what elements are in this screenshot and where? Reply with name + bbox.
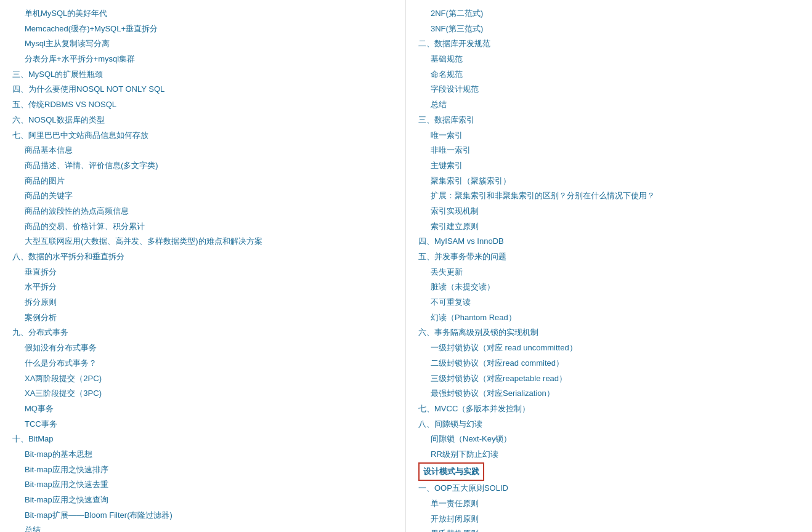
toc-item[interactable]: 命名规范 (418, 67, 800, 83)
toc-item[interactable]: 三、MySQL的扩展性瓶颈 (12, 67, 393, 83)
toc-item[interactable]: 商品的波段性的热点高频信息 (12, 204, 393, 219)
toc-item[interactable]: 四、MyISAM vs InnoDB (418, 234, 800, 249)
toc-item[interactable]: 丢失更新 (418, 265, 800, 280)
toc-item[interactable]: TCC事务 (12, 417, 393, 432)
toc-item[interactable]: MQ事务 (12, 401, 393, 417)
toc-item[interactable]: 基础规范 (418, 52, 800, 67)
toc-item[interactable]: Mysql主从复制读写分离 (12, 36, 393, 52)
toc-item[interactable]: RR级别下防止幻读 (418, 447, 800, 462)
toc-item[interactable]: 案例分析 (12, 310, 393, 326)
toc-item[interactable]: Bit-map扩展——Bloom Filter(布隆过滤器) (12, 508, 393, 523)
toc-item[interactable]: 单机MySQL的美好年代 (12, 6, 393, 22)
toc-item[interactable]: 脏读（未提交读） (418, 280, 800, 295)
toc-item[interactable]: 大型互联网应用(大数据、高并发、多样数据类型)的难点和解决方案 (12, 234, 393, 249)
toc-item[interactable]: 3NF(第三范式) (418, 22, 800, 37)
toc-item[interactable]: 2NF(第二范式) (418, 6, 800, 22)
toc-item[interactable]: 商品的图片 (12, 174, 393, 189)
toc-item[interactable]: 最强封锁协议（对应Serialization） (418, 386, 800, 401)
toc-item[interactable]: 九、分布式事务 (12, 325, 393, 341)
toc-item[interactable]: 十、BitMap (12, 432, 393, 447)
toc-item[interactable]: 五、传统RDBMS VS NOSQL (12, 97, 393, 113)
toc-item[interactable]: Bit-map应用之快速排序 (12, 462, 393, 478)
toc-item[interactable]: 非唯一索引 (418, 143, 800, 158)
toc-item[interactable]: 五、并发事务带来的问题 (418, 249, 800, 265)
toc-item[interactable]: 商品的关键字 (12, 188, 393, 204)
toc-item[interactable]: 不可重复读 (418, 295, 800, 310)
toc-item[interactable]: 商品描述、详情、评价信息(多文字类) (12, 158, 393, 174)
toc-item[interactable]: 总结 (418, 97, 800, 113)
toc-item[interactable]: 扩展：聚集索引和非聚集索引的区别？分别在什么情况下使用？ (418, 188, 800, 204)
toc-item[interactable]: XA三阶段提交（3PC) (12, 386, 393, 401)
toc-item[interactable]: 索引建立原则 (418, 219, 800, 235)
toc-item[interactable]: 主键索引 (418, 158, 800, 174)
toc-item[interactable]: 二、数据库开发规范 (418, 36, 800, 52)
toc-item[interactable]: 幻读（Phantom Read） (418, 310, 800, 326)
toc-item[interactable]: 拆分原则 (12, 295, 393, 310)
toc-item[interactable]: Bit-map的基本思想 (12, 447, 393, 462)
toc-item[interactable]: Bit-map应用之快速查询 (12, 493, 393, 508)
toc-item[interactable]: 七、阿里巴巴中文站商品信息如何存放 (12, 128, 393, 143)
toc-item[interactable]: 商品基本信息 (12, 143, 393, 158)
toc-item[interactable]: 二级封锁协议（对应read commited） (418, 356, 800, 371)
toc-item[interactable]: 商品的交易、价格计算、积分累计 (12, 219, 393, 235)
toc-item[interactable]: 八、间隙锁与幻读 (418, 417, 800, 432)
toc-item[interactable]: 三、数据库索引 (418, 113, 800, 128)
toc-item[interactable]: Bit-map应用之快速去重 (12, 477, 393, 493)
toc-item[interactable]: 间隙锁（Next-Key锁） (418, 432, 800, 447)
right-toc-panel: 2NF(第二范式)3NF(第三范式)二、数据库开发规范基础规范命名规范字段设计规… (406, 0, 812, 532)
toc-item[interactable]: 分表分库+水平拆分+mysql集群 (12, 52, 393, 67)
toc-item[interactable]: 水平拆分 (12, 280, 393, 295)
toc-item[interactable]: 单一责任原则 (418, 496, 800, 512)
toc-item[interactable]: Memcached(缓存)+MySQL+垂直拆分 (12, 22, 393, 37)
left-toc-panel: 单机MySQL的美好年代Memcached(缓存)+MySQL+垂直拆分Mysq… (0, 0, 406, 532)
toc-item[interactable]: 垂直拆分 (12, 265, 393, 280)
toc-item[interactable]: 字段设计规范 (418, 82, 800, 97)
toc-item[interactable]: 六、NOSQL数据库的类型 (12, 113, 393, 128)
toc-item[interactable]: 六、事务隔离级别及锁的实现机制 (418, 325, 800, 341)
toc-item[interactable]: 三级封锁协议（对应reapetable read） (418, 371, 800, 387)
toc-item[interactable]: 设计模式与实践 (418, 462, 800, 482)
toc-item[interactable]: 索引实现机制 (418, 204, 800, 219)
toc-item[interactable]: XA两阶段提交（2PC) (12, 371, 393, 387)
toc-item[interactable]: 四、为什么要使用NOSQL NOT ONLY SQL (12, 82, 393, 97)
toc-item[interactable]: 里氏替换原则 (418, 526, 800, 532)
toc-item[interactable]: 八、数据的水平拆分和垂直拆分 (12, 249, 393, 265)
toc-item[interactable]: 总结 (12, 523, 393, 532)
toc-item[interactable]: 一、OOP五大原则SOLID (418, 481, 800, 496)
toc-item[interactable]: 开放封闭原则 (418, 512, 800, 527)
toc-item[interactable]: 七、MVCC（多版本并发控制） (418, 401, 800, 417)
toc-item[interactable]: 什么是分布式事务？ (12, 356, 393, 371)
toc-item[interactable]: 假如没有分布式事务 (12, 341, 393, 356)
toc-item[interactable]: 唯一索引 (418, 128, 800, 143)
toc-item[interactable]: 聚集索引（聚簇索引） (418, 174, 800, 189)
toc-item[interactable]: 一级封锁协议（对应 read uncommitted） (418, 341, 800, 356)
